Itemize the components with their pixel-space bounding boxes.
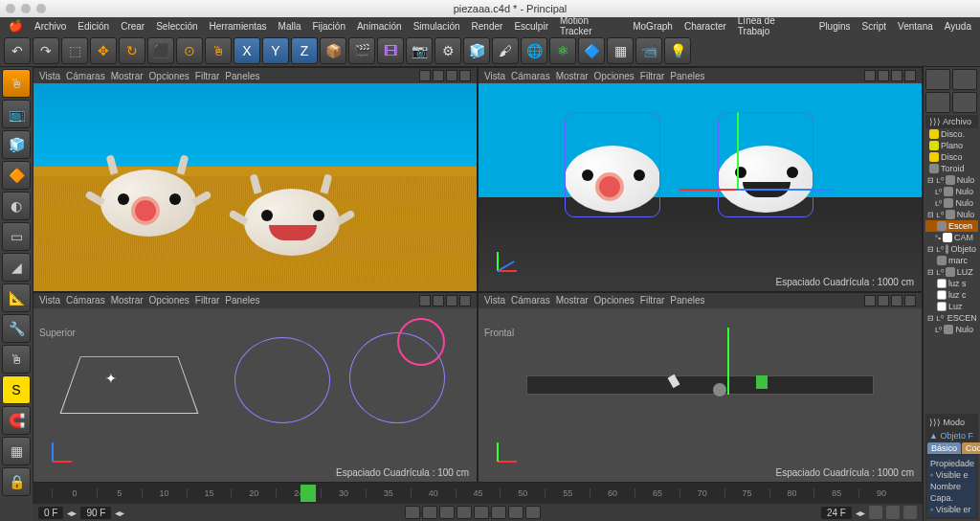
toolbar-btn-17[interactable]: 🖌 [492, 37, 519, 64]
toolbar-btn-0[interactable]: ↶ [4, 37, 31, 64]
left-tool-7[interactable]: 📐 [2, 283, 31, 312]
left-tool-3[interactable]: 🔶 [2, 161, 31, 190]
left-tool-8[interactable]: 🔧 [2, 314, 31, 343]
vp-menu-opciones[interactable]: Opciones [149, 295, 189, 306]
tree-item[interactable]: L⁰Nulo [925, 324, 978, 335]
vp-menu-cámaras[interactable]: Cámaras [66, 295, 105, 306]
toolbar-btn-5[interactable]: ⬛ [147, 37, 174, 64]
menu-selección[interactable]: Selección [151, 19, 202, 34]
apple-menu[interactable]: 🍎 [4, 17, 28, 34]
toolbar-btn-18[interactable]: 🌐 [521, 37, 547, 64]
left-tool-1[interactable]: 📺 [2, 100, 31, 128]
timeline-playhead[interactable] [301, 485, 316, 502]
tree-item[interactable]: °•CAM [925, 232, 978, 243]
tree-item[interactable]: Escen [925, 220, 978, 232]
toolbar-btn-1[interactable]: ↷ [33, 37, 59, 64]
vp-menu-mostrar[interactable]: Mostrar [111, 295, 144, 306]
vp-menu-cámaras[interactable]: Cámaras [511, 295, 550, 306]
tree-item[interactable]: L⁰Nulo [925, 197, 978, 209]
viewport-body[interactable]: Frontal [479, 308, 922, 482]
tree-item[interactable]: Plano [925, 140, 978, 151]
toolbar-btn-4[interactable]: ↻ [119, 37, 145, 64]
menu-script[interactable]: Script [858, 19, 892, 34]
menu-mograph[interactable]: MoGraph [628, 19, 678, 34]
vp-menu-mostrar[interactable]: Mostrar [556, 295, 589, 306]
tree-item[interactable]: ⊟ L⁰LUZ [925, 266, 978, 278]
tree-item[interactable]: Disco [925, 151, 978, 163]
menu-esculpir[interactable]: Esculpir [509, 19, 553, 34]
tree-item[interactable]: ⊟ L⁰Nulo [925, 209, 978, 220]
menu-malla[interactable]: Malla [274, 19, 306, 34]
vp-menu-vista[interactable]: Vista [39, 71, 60, 81]
menu-línea de trabajo[interactable]: Línea de Trabajo [733, 13, 813, 38]
toolbar-btn-9[interactable]: Y [262, 37, 289, 64]
menu-plugins[interactable]: Plugins [814, 19, 856, 34]
menu-archivo[interactable]: Archivo [30, 19, 71, 34]
panel-tool-icons[interactable] [925, 69, 978, 113]
left-tool-10[interactable]: S [2, 375, 31, 404]
tree-item[interactable]: ⊟ L⁰ESCEN [925, 312, 978, 324]
tree-item[interactable]: L⁰Nulo [925, 186, 978, 197]
window-controls[interactable] [6, 4, 46, 13]
toolbar-btn-7[interactable]: 🖱 [205, 37, 232, 64]
toolbar-btn-12[interactable]: 🎬 [348, 37, 375, 64]
toolbar-btn-21[interactable]: ▦ [607, 37, 634, 64]
left-tool-13[interactable]: 🔒 [2, 467, 31, 496]
vp-menu-filtrar[interactable]: Filtrar [195, 71, 220, 81]
viewport-body[interactable]: Superior ✦ [33, 308, 477, 482]
vp-header-icons[interactable] [864, 70, 916, 81]
toolbar-btn-22[interactable]: 📹 [635, 37, 662, 64]
timeline-start-field[interactable]: 0 F [38, 507, 63, 519]
toolbar-btn-19[interactable]: ⚛ [549, 37, 576, 64]
vp-menu-opciones[interactable]: Opciones [594, 71, 635, 81]
tree-item[interactable]: Luz [925, 301, 978, 312]
vp-header-icons[interactable] [864, 295, 916, 306]
vp-menu-paneles[interactable]: Paneles [225, 71, 259, 81]
viewport-body[interactable] [33, 83, 477, 291]
tree-item[interactable]: luz c [925, 289, 978, 301]
tree-item[interactable]: luz s [925, 278, 978, 289]
tree-item[interactable]: marc [925, 255, 978, 266]
menu-ventana[interactable]: Ventana [893, 19, 938, 34]
vp-header-icons[interactable] [419, 295, 471, 306]
menu-herramientas[interactable]: Herramientas [205, 19, 272, 34]
timeline-end-field[interactable]: 90 F [80, 507, 111, 519]
left-tool-9[interactable]: 🖱 [2, 345, 31, 374]
toolbar-btn-14[interactable]: 📷 [406, 37, 433, 64]
vp-menu-opciones[interactable]: Opciones [594, 295, 635, 306]
tree-item[interactable]: Disco. [925, 128, 978, 140]
vp-menu-vista[interactable]: Vista [484, 71, 505, 81]
vp-menu-vista[interactable]: Vista [484, 295, 505, 306]
tree-item[interactable]: ⊟ L⁰Nulo [925, 174, 978, 186]
viewport-top[interactable]: VistaCámarasMostrarOpcionesFiltrarPanele… [33, 292, 478, 483]
vp-menu-cámaras[interactable]: Cámaras [66, 71, 105, 81]
left-tool-11[interactable]: 🧲 [2, 406, 31, 435]
viewport-body[interactable] [479, 83, 922, 291]
tab-coord[interactable]: Coo [962, 442, 980, 454]
toolbar-btn-2[interactable]: ⬚ [61, 37, 88, 64]
toolbar-btn-13[interactable]: 🎞 [377, 37, 404, 64]
left-tool-4[interactable]: ◐ [2, 192, 31, 220]
vp-menu-vista[interactable]: Vista [39, 295, 60, 306]
toolbar-btn-15[interactable]: ⚙ [434, 37, 461, 64]
menu-crear[interactable]: Crear [116, 19, 149, 34]
timeline-ruler[interactable]: 051015202430354045505560657075808590 [33, 483, 923, 504]
toolbar-btn-10[interactable]: Z [291, 37, 318, 64]
vp-menu-filtrar[interactable]: Filtrar [195, 295, 220, 306]
tab-basico[interactable]: Básico [927, 442, 961, 454]
toolbar-btn-6[interactable]: ⊙ [176, 37, 203, 64]
vp-menu-mostrar[interactable]: Mostrar [111, 71, 144, 81]
toolbar-btn-3[interactable]: ✥ [90, 37, 117, 64]
viewport-perspective-wire[interactable]: VistaCámarasMostrarOpcionesFiltrarPanele… [478, 67, 923, 292]
vp-menu-mostrar[interactable]: Mostrar [556, 71, 589, 81]
viewport-perspective-render[interactable]: VistaCámarasMostrarOpcionesFiltrarPanele… [33, 67, 478, 292]
menu-ayuda[interactable]: Ayuda [940, 19, 976, 34]
menu-edición[interactable]: Edición [73, 19, 114, 34]
tree-item[interactable]: ⊟ L⁰Objeto [925, 243, 978, 255]
left-tool-6[interactable]: ◢ [2, 253, 31, 282]
playback-buttons[interactable] [405, 506, 541, 519]
menu-character[interactable]: Character [679, 19, 731, 34]
menu-animación[interactable]: Animación [352, 19, 407, 34]
object-tree[interactable]: Disco.PlanoDiscoToroid⊟ L⁰NuloL⁰NuloL⁰Nu… [925, 128, 978, 414]
vp-menu-filtrar[interactable]: Filtrar [640, 71, 665, 81]
